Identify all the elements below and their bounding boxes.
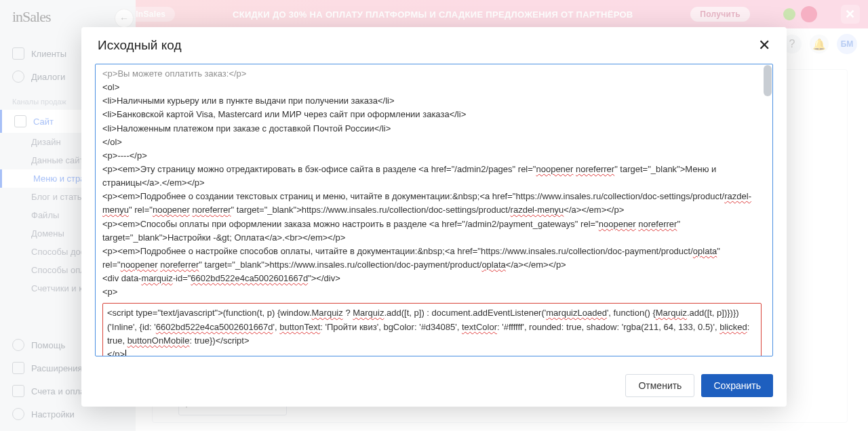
code-content: <p>Вы можете оплатить заказ:</p> <ol> <l… <box>96 64 772 356</box>
save-button[interactable]: Сохранить <box>701 374 773 397</box>
modal-overlay: Исходный код ✕ <p>Вы можете оплатить зак… <box>0 0 868 431</box>
scrollbar-thumb[interactable] <box>764 65 772 96</box>
text-cursor <box>125 350 126 356</box>
source-code-modal: Исходный код ✕ <p>Вы можете оплатить зак… <box>81 27 787 407</box>
highlighted-script-block: <script type="text/javascript">(function… <box>102 303 762 356</box>
modal-close-button[interactable]: ✕ <box>758 38 770 53</box>
modal-title: Исходный код <box>98 38 181 53</box>
source-code-textarea[interactable]: <p>Вы можете оплатить заказ:</p> <ol> <l… <box>95 64 773 356</box>
cancel-button[interactable]: Отменить <box>625 374 694 397</box>
